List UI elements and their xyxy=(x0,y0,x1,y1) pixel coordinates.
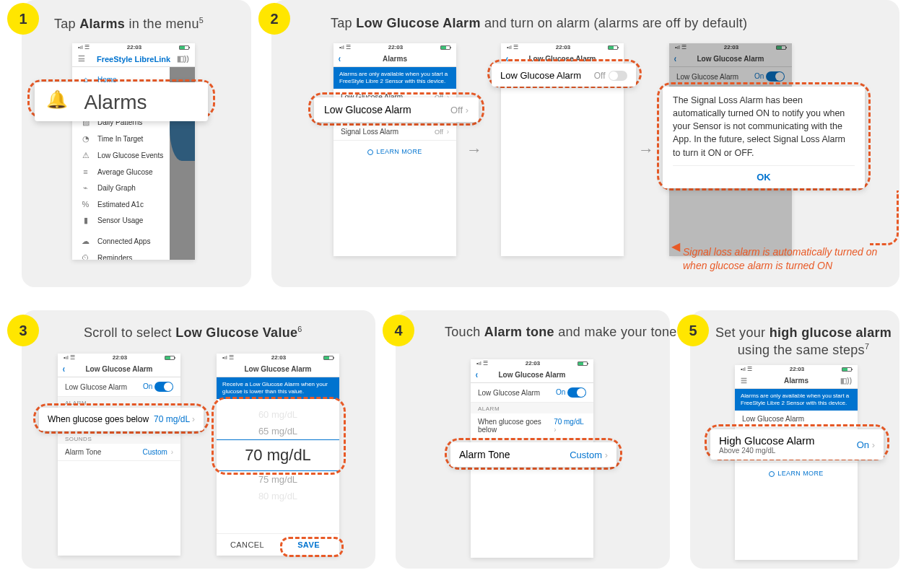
bell-icon-large: 🔔 xyxy=(46,89,68,109)
arrow-2: → xyxy=(638,141,654,159)
arrow-1: → xyxy=(466,141,482,159)
back-button[interactable]: ‹ xyxy=(339,53,341,64)
avg-icon: ≡ xyxy=(81,167,90,176)
status-bar: •ıl ☰ 22:03 xyxy=(72,43,195,51)
cancel-button[interactable]: CANCEL xyxy=(217,534,278,556)
step5-number: 5 xyxy=(677,315,709,346)
target-icon: ◔ xyxy=(81,134,90,144)
step2-number: 2 xyxy=(258,3,290,35)
menu-icon[interactable]: ☰ xyxy=(78,54,85,63)
step2-note: Signal loss alarm is automatically turne… xyxy=(683,245,878,273)
step2-instruction: Tap Low Glucose Alarm and turn on alarm … xyxy=(331,16,747,31)
back-button[interactable]: ‹ xyxy=(63,363,65,374)
step5-instruction: Set your high glucose alarm using the sa… xyxy=(713,325,894,359)
sensor-icon: ▮ xyxy=(81,216,90,225)
step5-phone: •ıl ☰22:03 ☰Alarms◧)) Alarms are only av… xyxy=(735,365,858,560)
info-banner: Alarms are only available when you start… xyxy=(334,67,456,89)
picker-banner: Receive a Low Glucose Alarm when your gl… xyxy=(217,377,339,399)
step2-phone-a: •ıl ☰22:03 ‹ Alarms Alarms are only avai… xyxy=(334,43,456,256)
step3-number: 3 xyxy=(7,315,39,346)
alarms-callout: 🔔 Alarms xyxy=(35,82,208,121)
cloud-icon: ☁ xyxy=(81,237,90,246)
alarms-callout-label: Alarms xyxy=(84,91,147,113)
back-button[interactable]: ‹ xyxy=(506,53,508,64)
alarm-tone-callout: Alarm Tone Custom › xyxy=(450,442,616,467)
signal-icon: •ıl ☰ xyxy=(78,44,90,51)
back-button[interactable]: ‹ xyxy=(476,369,478,380)
sensor-icon-top[interactable]: ◧)) xyxy=(177,54,189,63)
toggle-off-callout: Low Glucose Alarm Off xyxy=(492,63,636,87)
step3-instruction: Scroll to select Low Glucose Value6 xyxy=(84,325,302,341)
battery-icon xyxy=(179,45,189,50)
signal-loss-dialog: The Signal Loss Alarm has been automatic… xyxy=(663,87,865,188)
low-off-callout: Low Glucose Alarm Off › xyxy=(314,97,479,122)
save-button[interactable]: SAVE xyxy=(278,534,339,556)
row-low-5[interactable]: Low Glucose Alarm xyxy=(735,411,858,428)
nav-alarms: ‹ Alarms xyxy=(334,51,456,67)
step1-phone: •ıl ☰ 22:03 ☰ FreeStyle LibreLink ◧)) ⌂H… xyxy=(72,43,195,260)
high-callout: High Glucose Alarm Above 240 mg/dL On › xyxy=(710,429,884,460)
goes-below-callout: When glucose goes below 70 mg/dL › xyxy=(39,408,204,431)
row-alarm-tone[interactable]: Alarm ToneCustom › xyxy=(58,444,180,461)
step3-phone-a: •ıl ☰22:03 ‹Low Glucose Alarm Low Glucos… xyxy=(58,354,180,556)
toggle-on[interactable] xyxy=(154,382,173,392)
value-picker[interactable]: 60 mg/dL 65 mg/dL 70 mg/dL 75 mg/dL 80 m… xyxy=(217,399,339,512)
toggle-row-on[interactable]: Low Glucose AlarmOn xyxy=(58,377,180,397)
step1-number: 1 xyxy=(7,3,39,35)
app-title: FreeStyle LibreLink xyxy=(97,55,170,63)
step3-phone-b: •ıl ☰22:03 Low Glucose Alarm Receive a L… xyxy=(217,354,339,556)
learn-more-5[interactable]: LEARN MORE xyxy=(735,463,858,484)
clock-icon: ⏲ xyxy=(81,253,90,260)
step4-number: 4 xyxy=(383,315,414,346)
row-goes-below-4[interactable]: When glucose goes below70 mg/dL › xyxy=(471,413,593,439)
step1-instruction: Tap Alarms in the menu5 xyxy=(54,16,204,32)
row-signal-loss[interactable]: Signal Loss AlarmOff › xyxy=(334,123,456,141)
learn-more[interactable]: LEARN MORE xyxy=(334,141,456,162)
percent-icon: % xyxy=(81,200,90,209)
status-time: 22:03 xyxy=(90,44,179,51)
low-icon: ⚠ xyxy=(81,151,90,160)
dialog-ok[interactable]: OK xyxy=(673,165,855,184)
nav-bar: ☰ FreeStyle LibreLink ◧)) xyxy=(72,51,195,67)
dialog-text: The Signal Loss Alarm has been automatic… xyxy=(673,94,855,159)
graph-icon: ⌁ xyxy=(81,183,90,193)
